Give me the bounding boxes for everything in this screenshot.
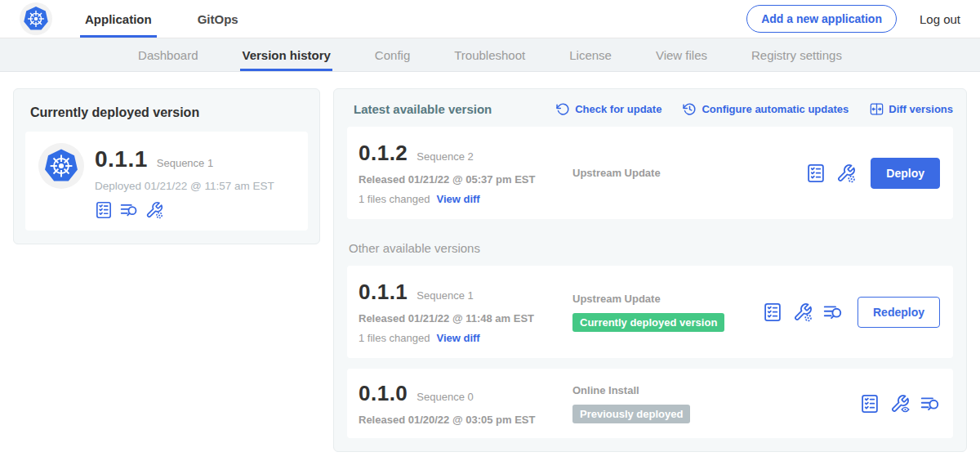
configure-automatic-updates-label: Configure automatic updates (702, 103, 849, 115)
config-gear-icon[interactable] (145, 201, 163, 219)
main-content: Currently deployed version 0.1.1 Sequenc… (0, 72, 980, 452)
app-sub-nav: Dashboard Version history Config Trouble… (0, 38, 980, 72)
check-for-update-label: Check for update (575, 103, 662, 115)
refresh-icon (556, 102, 570, 116)
version-card-0-1-1: 0.1.1 Sequence 1 Released 01/21/22 @ 11:… (347, 266, 953, 358)
version-number: 0.1.1 (359, 280, 408, 305)
tab-gitops-label: GitOps (198, 12, 238, 26)
kubernetes-logo (20, 2, 52, 35)
configure-automatic-updates-link[interactable]: Configure automatic updates (683, 102, 849, 116)
release-notes-icon[interactable] (95, 201, 113, 219)
currently-deployed-badge: Currently deployed version (572, 313, 724, 332)
files-changed-label: 1 files changed (359, 332, 430, 344)
deployed-panel-title: Currently deployed version (30, 105, 308, 120)
subtab-config[interactable]: Config (375, 38, 410, 71)
previously-deployed-badge: Previously deployed (572, 405, 690, 423)
version-source-label: Upstream Update (572, 167, 806, 179)
sequence-label: Sequence 0 (416, 391, 473, 403)
tab-application[interactable]: Application (80, 0, 157, 38)
released-timestamp: Released 01/21/22 @ 11:48 am EST (359, 312, 572, 324)
diff-icon (870, 102, 884, 116)
logs-icon[interactable] (120, 201, 138, 219)
release-notes-icon[interactable] (806, 163, 826, 183)
released-timestamp: Released 01/21/22 @ 05:37 pm EST (359, 173, 572, 186)
latest-available-title: Latest available version (354, 102, 492, 116)
deployed-version-number: 0.1.1 (95, 146, 148, 172)
diff-versions-link[interactable]: Diff versions (870, 102, 953, 116)
version-source-label: Upstream Update (572, 293, 763, 305)
top-nav: Application GitOps Add a new application… (0, 0, 980, 38)
version-card-0-1-0: 0.1.0 Sequence 0 Released 01/20/22 @ 03:… (347, 369, 953, 438)
deploy-button[interactable]: Deploy (871, 158, 940, 189)
deployed-sequence-label: Sequence 1 (157, 157, 213, 169)
release-notes-icon[interactable] (860, 394, 880, 414)
logs-icon[interactable] (920, 394, 940, 414)
redeploy-button[interactable]: Redeploy (858, 297, 940, 328)
sequence-label: Sequence 2 (416, 150, 473, 163)
subtab-dashboard[interactable]: Dashboard (138, 38, 198, 71)
release-notes-icon[interactable] (763, 302, 782, 322)
tab-application-label: Application (85, 12, 152, 26)
subtab-registry-settings[interactable]: Registry settings (751, 38, 842, 71)
released-timestamp: Released 01/20/22 @ 03:05 pm EST (359, 414, 572, 426)
view-diff-link[interactable]: View diff (436, 193, 479, 205)
diff-versions-label: Diff versions (889, 103, 953, 115)
version-history-panel: Latest available version Check for updat… (333, 88, 967, 452)
deployed-version-card: 0.1.1 Sequence 1 Deployed 01/21/22 @ 11:… (25, 132, 308, 230)
logout-button[interactable]: Log out (920, 12, 960, 26)
logs-icon[interactable] (823, 302, 843, 322)
deployed-timestamp: Deployed 01/21/22 @ 11:57 am EST (95, 180, 274, 192)
view-diff-link[interactable]: View diff (436, 332, 479, 344)
version-number: 0.1.2 (359, 141, 408, 166)
files-changed-label: 1 files changed (359, 193, 430, 205)
other-versions-title: Other available versions (349, 241, 953, 255)
config-eye-icon[interactable] (890, 394, 910, 414)
top-nav-tabs: Application GitOps (80, 0, 243, 38)
tab-gitops[interactable]: GitOps (193, 0, 243, 38)
subtab-version-history[interactable]: Version history (242, 38, 330, 71)
currently-deployed-panel: Currently deployed version 0.1.1 Sequenc… (13, 88, 320, 244)
version-source-label: Online Install (572, 384, 860, 396)
config-gear-icon[interactable] (836, 163, 856, 183)
app-kubernetes-icon (38, 143, 84, 189)
add-new-application-button[interactable]: Add a new application (746, 5, 897, 33)
auto-update-icon (683, 102, 697, 116)
config-gear-icon[interactable] (793, 302, 813, 322)
check-for-update-link[interactable]: Check for update (556, 102, 662, 116)
subtab-view-files[interactable]: View files (656, 38, 707, 71)
subtab-license[interactable]: License (569, 38, 612, 71)
version-card-0-1-2: 0.1.2 Sequence 2 Released 01/21/22 @ 05:… (347, 127, 953, 219)
subtab-troubleshoot[interactable]: Troubleshoot (454, 38, 525, 71)
sequence-label: Sequence 1 (416, 289, 473, 302)
version-number: 0.1.0 (359, 381, 408, 406)
